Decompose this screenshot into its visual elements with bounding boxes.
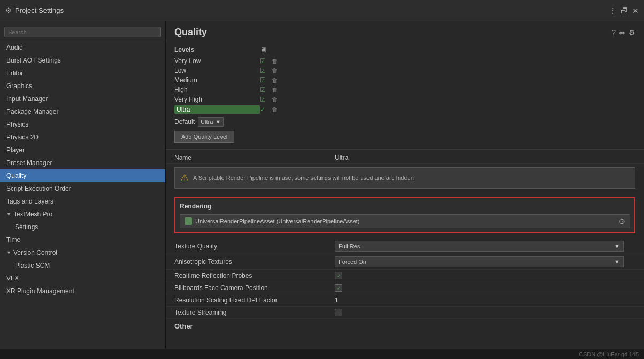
dropdown-arrow: ▼	[215, 119, 221, 125]
name-value: Ultra	[335, 154, 348, 161]
sidebar-item-physics[interactable]: Physics	[0, 118, 165, 131]
warning-container: ⚠ A Scriptable Render Pipeline is in use…	[166, 164, 644, 197]
gear-icon[interactable]: ⚙	[628, 28, 635, 37]
sidebar-item-audio[interactable]: Audio	[0, 41, 165, 54]
sidebar-item-time[interactable]: Time	[0, 233, 165, 246]
levels-label: Levels	[174, 46, 260, 53]
realtime-reflection-label: Realtime Reflection Probes	[174, 272, 335, 279]
rendering-section: Rendering UniversalRenderPipelineAsset (…	[174, 197, 635, 233]
texture-streaming-row: Texture Streaming	[166, 307, 644, 319]
sidebar-item-textmesh-settings[interactable]: Settings	[0, 221, 165, 233]
title-bar-text: Project Settings	[15, 6, 609, 14]
level-row-medium: Medium ☑ 🗑	[174, 75, 635, 85]
sidebar-item-quality[interactable]: Quality	[0, 169, 165, 182]
sidebar-item-player[interactable]: Player	[0, 144, 165, 157]
warning-box: ⚠ A Scriptable Render Pipeline is in use…	[174, 167, 635, 189]
search-input[interactable]	[4, 27, 161, 37]
sidebar-item-graphics[interactable]: Graphics	[0, 80, 165, 92]
texture-streaming-label: Texture Streaming	[174, 309, 335, 316]
warning-text: A Scriptable Render Pipeline is in use, …	[193, 175, 414, 181]
content-area: Quality ? ⇔ ⚙ Levels 🖥 Very Low ☑ 🗑	[166, 21, 644, 349]
sidebar-item-vfx[interactable]: VFX	[0, 272, 165, 285]
add-quality-level-button[interactable]: Add Quality Level	[174, 131, 234, 143]
bottom-bar: CSDN @LiuFangdi145	[0, 349, 644, 359]
billboards-row: Billboards Face Camera Position ✓	[166, 282, 644, 294]
level-row-very-low: Very Low ☑ 🗑	[174, 56, 635, 66]
level-check-low[interactable]: ☑	[260, 67, 271, 74]
sidebar-item-burst-aot[interactable]: Burst AOT Settings	[0, 54, 165, 67]
level-check-high[interactable]: ☑	[260, 86, 271, 93]
search-bar	[0, 24, 165, 41]
level-check-very-low[interactable]: ☑	[260, 57, 271, 65]
page-title: Quality	[174, 27, 207, 38]
level-delete-low[interactable]: 🗑	[272, 67, 278, 74]
maximize-icon[interactable]: 🗗	[620, 6, 628, 15]
pipeline-icon	[185, 217, 192, 225]
level-row-ultra: Ultra ✓ 🗑	[174, 104, 635, 115]
texture-quality-row: Texture Quality Full Res ▼	[166, 239, 644, 254]
sidebar-item-package-manager[interactable]: Package Manager	[0, 105, 165, 118]
level-delete-ultra[interactable]: 🗑	[272, 106, 278, 113]
sidebar-item-input-manager[interactable]: Input Manager	[0, 92, 165, 105]
sidebar-item-script-execution[interactable]: Script Execution Order	[0, 182, 165, 195]
level-row-low: Low ☑ 🗑	[174, 66, 635, 75]
bottom-bar-text: CSDN @LiuFangdi145	[579, 351, 639, 357]
level-check-ultra[interactable]: ✓	[260, 106, 271, 113]
anisotropic-arrow: ▼	[614, 259, 620, 265]
window-controls: ⋮ 🗗 ✕	[609, 6, 639, 15]
sidebar-item-xr-plugin[interactable]: XR Plugin Management	[0, 285, 165, 298]
bottom-spacer	[166, 332, 644, 343]
sidebar-item-textmesh-pro[interactable]: ▼ TextMesh Pro	[0, 208, 165, 221]
version-control-arrow: ▼	[6, 250, 11, 255]
texture-streaming-checkbox[interactable]	[335, 309, 342, 316]
close-icon[interactable]: ✕	[632, 6, 639, 15]
texture-quality-dropdown[interactable]: Full Res ▼	[335, 241, 624, 252]
monitor-icon: 🖥	[260, 45, 267, 54]
resolution-scaling-label: Resolution Scaling Fixed DPI Factor	[174, 296, 335, 304]
levels-section: Levels 🖥 Very Low ☑ 🗑 Low ☑ 🗑 Medium ☑	[166, 41, 644, 147]
pipeline-circle-button[interactable]: ⊙	[619, 217, 625, 225]
sidebar-item-preset-manager[interactable]: Preset Manager	[0, 157, 165, 169]
resolution-scaling-value: 1	[335, 296, 339, 304]
rendering-title: Rendering	[180, 202, 630, 210]
layout-icon[interactable]: ⇔	[619, 28, 625, 37]
level-delete-medium[interactable]: 🗑	[272, 77, 278, 83]
realtime-reflection-row: Realtime Reflection Probes ✓	[166, 270, 644, 282]
level-delete-very-high[interactable]: 🗑	[272, 96, 278, 103]
anisotropic-row: Anisotropic Textures Forced On ▼	[166, 254, 644, 270]
texture-quality-arrow: ▼	[614, 243, 620, 249]
pipeline-input[interactable]: UniversalRenderPipelineAsset (UniversalR…	[180, 214, 630, 228]
sidebar-item-tags-and-layers[interactable]: Tags and Layers	[0, 195, 165, 208]
level-row-very-high: Very High ☑ 🗑	[174, 95, 635, 104]
name-label: Name	[174, 154, 335, 161]
name-field-row: Name Ultra	[166, 152, 644, 164]
settings-icon: ⚙	[5, 6, 12, 14]
default-row: Default Ultra ▼	[174, 117, 635, 127]
content-scroll: Levels 🖥 Very Low ☑ 🗑 Low ☑ 🗑 Medium ☑	[166, 41, 644, 349]
level-delete-very-low[interactable]: 🗑	[272, 58, 278, 64]
anisotropic-dropdown[interactable]: Forced On ▼	[335, 256, 624, 267]
level-check-medium[interactable]: ☑	[260, 76, 271, 84]
sidebar-item-version-control[interactable]: ▼ Version Control	[0, 246, 165, 259]
billboards-checkbox[interactable]: ✓	[335, 284, 342, 292]
level-delete-high[interactable]: 🗑	[272, 87, 278, 93]
menu-icon[interactable]: ⋮	[609, 6, 616, 15]
textmesh-arrow: ▼	[6, 212, 11, 217]
divider-1	[166, 149, 644, 150]
help-icon[interactable]: ?	[611, 28, 616, 37]
main-layout: Audio Burst AOT Settings Editor Graphics…	[0, 21, 644, 349]
realtime-reflection-checkbox[interactable]: ✓	[335, 272, 342, 279]
pipeline-text: UniversalRenderPipelineAsset (UniversalR…	[195, 218, 616, 224]
other-label: Other	[166, 319, 644, 332]
anisotropic-label: Anisotropic Textures	[174, 258, 335, 266]
sidebar-item-physics-2d[interactable]: Physics 2D	[0, 131, 165, 144]
content-header: Quality ? ⇔ ⚙	[166, 21, 644, 41]
level-row-high: High ☑ 🗑	[174, 85, 635, 95]
default-dropdown[interactable]: Ultra ▼	[198, 117, 224, 127]
sidebar-item-editor[interactable]: Editor	[0, 67, 165, 80]
texture-quality-label: Texture Quality	[174, 243, 335, 250]
level-check-very-high[interactable]: ☑	[260, 96, 271, 103]
sidebar-item-plastic-scm[interactable]: Plastic SCM	[0, 259, 165, 272]
resolution-scaling-row: Resolution Scaling Fixed DPI Factor 1	[166, 294, 644, 307]
warning-icon: ⚠	[180, 172, 189, 184]
